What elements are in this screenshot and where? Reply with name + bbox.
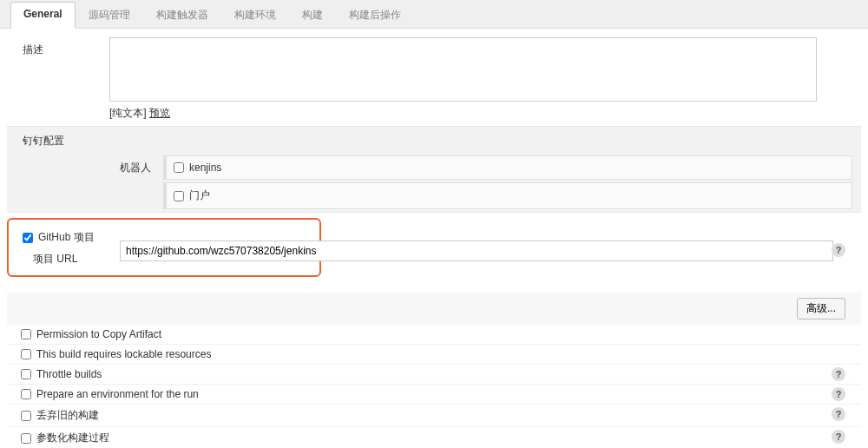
tab-build[interactable]: 构建 <box>289 2 336 28</box>
option-throttle: Throttle builds ? <box>7 365 861 385</box>
throttle-label: Throttle builds <box>36 368 102 380</box>
option-copy-artifact: Permission to Copy Artifact <box>7 325 861 345</box>
parameterized-checkbox[interactable] <box>21 433 31 444</box>
tab-scm[interactable]: 源码管理 <box>76 2 143 28</box>
tab-env[interactable]: 构建环境 <box>221 2 289 28</box>
prepare-env-label: Prepare an environment for the run <box>36 388 199 400</box>
robot-kenjins-label: kenjins <box>189 161 221 174</box>
dingding-section: 钉钉配置 机器人 kenjins 门户 <box>7 126 861 213</box>
github-project-label: GitHub 项目 <box>38 230 95 245</box>
robot-option-kenjins: kenjins <box>163 155 852 180</box>
lockable-label: This build requires lockable resources <box>36 348 211 360</box>
robot-portal-label: 门户 <box>189 188 210 203</box>
tab-triggers[interactable]: 构建触发器 <box>143 2 221 28</box>
description-format-hint: [纯文本] 预览 <box>109 106 861 121</box>
advanced-button[interactable]: 高级... <box>797 298 845 320</box>
general-panel: 描述 [纯文本] 预览 钉钉配置 机器人 kenjins 门户 <box>0 29 868 448</box>
help-icon[interactable]: ? <box>832 243 845 257</box>
parameterized-label: 参数化构建过程 <box>36 431 109 445</box>
config-tabs: General 源码管理 构建触发器 构建环境 构建 构建后操作 <box>0 0 868 29</box>
github-url-input[interactable] <box>120 240 833 261</box>
robot-label: 机器人 <box>7 155 163 212</box>
copy-artifact-label: Permission to Copy Artifact <box>36 328 161 340</box>
github-url-label: 项目 URL <box>17 252 108 267</box>
copy-artifact-checkbox[interactable] <box>21 329 31 339</box>
option-parameterized: 参数化构建过程 ? <box>7 427 861 448</box>
lockable-checkbox[interactable] <box>21 349 31 359</box>
robot-kenjins-checkbox[interactable] <box>174 162 184 173</box>
help-icon[interactable]: ? <box>832 367 845 381</box>
description-textarea[interactable] <box>109 37 817 102</box>
tab-general[interactable]: General <box>10 2 76 29</box>
description-label: 描述 <box>7 37 109 57</box>
dingding-title: 钉钉配置 <box>7 127 861 155</box>
help-icon[interactable]: ? <box>832 407 845 421</box>
preview-link[interactable]: 预览 <box>149 107 170 119</box>
tab-post[interactable]: 构建后操作 <box>336 2 414 28</box>
prepare-env-checkbox[interactable] <box>21 389 31 399</box>
help-icon[interactable]: ? <box>832 387 845 401</box>
discard-old-label: 丢弃旧的构建 <box>36 408 99 423</box>
github-project-checkbox[interactable] <box>23 233 33 243</box>
robot-portal-checkbox[interactable] <box>174 191 184 201</box>
robot-option-portal: 门户 <box>163 182 852 209</box>
throttle-checkbox[interactable] <box>21 369 31 379</box>
option-prepare-env: Prepare an environment for the run ? <box>7 385 861 405</box>
option-lockable: This build requires lockable resources <box>7 345 861 365</box>
discard-old-checkbox[interactable] <box>21 411 31 421</box>
option-discard-old: 丢弃旧的构建 ? <box>7 405 861 427</box>
help-icon[interactable]: ? <box>832 430 845 444</box>
